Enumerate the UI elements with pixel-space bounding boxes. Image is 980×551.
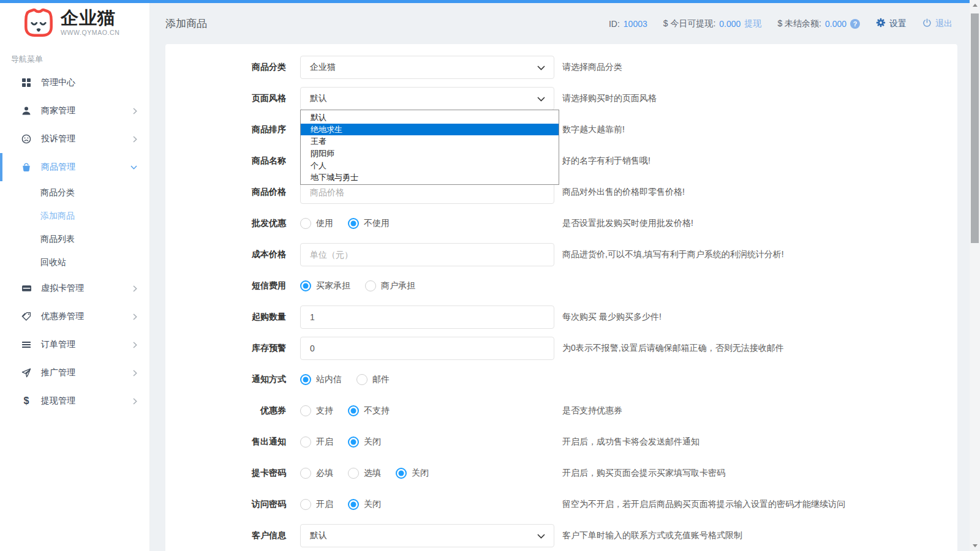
field-label: 商品名称 [165, 156, 286, 167]
goods-category-select[interactable]: 企业猫 [300, 56, 554, 79]
power-icon [922, 18, 932, 29]
id-value: 10003 [624, 19, 647, 29]
form-row-wholesale: 批发优惠 使用 不使用 是否设置批发购买时使用批发价格! [165, 212, 957, 235]
withdraw-label: $ 今日可提现: [663, 18, 716, 29]
radio-option[interactable]: 站内信 [300, 374, 342, 385]
form-row-stock-alert: 库存预警 为0表示不报警,设置后请确保邮箱正确，否则无法接收邮件 [165, 337, 957, 360]
cost-price-input[interactable] [300, 243, 554, 266]
page-style-select[interactable]: 默认 [300, 87, 554, 110]
sidebar-item-withdraw[interactable]: $ 提现管理 [0, 387, 149, 415]
promotion-plane-icon [20, 368, 32, 378]
sidebar-subitem-goods-list[interactable]: 商品列表 [0, 228, 149, 251]
radio-option[interactable]: 开启 [300, 437, 333, 448]
coupon-radio-group: 支持 不支持 [300, 399, 554, 422]
scrollbar-down-arrow[interactable] [970, 541, 980, 551]
dropdown-option[interactable]: 地下城与勇士 [301, 171, 559, 184]
sidebar-item-complaint[interactable]: 投诉管理 [0, 125, 149, 153]
radio-unchecked-icon [348, 468, 359, 479]
dropdown-option[interactable]: 阴阳师 [301, 148, 559, 160]
field-label: 客户信息 [165, 530, 286, 541]
scrollbar-thumb[interactable] [971, 13, 979, 243]
radio-option[interactable]: 使用 [300, 218, 333, 229]
radio-option[interactable]: 不支持 [348, 405, 390, 416]
withdraw-link[interactable]: 提现 [744, 18, 761, 29]
sale-notify-radio-group: 开启 关闭 [300, 430, 554, 454]
sidebar-item-order[interactable]: 订单管理 [0, 331, 149, 359]
chevron-down-icon [537, 94, 545, 103]
gear-icon [876, 18, 886, 29]
logout-button[interactable]: 退出 [922, 18, 952, 29]
sidebar-item-dashboard[interactable]: 管理中心 [0, 69, 149, 97]
page-title: 添加商品 [165, 17, 207, 31]
unsettled-balance: $ 未结余额: 0.000 ? [777, 18, 860, 29]
page-style-dropdown: 默认 绝地求生 王者 阴阳师 个人 地下城与勇士 [300, 110, 559, 185]
notify-method-radio-group: 站内信 邮件 [300, 368, 554, 391]
sidebar-item-label: 投诉管理 [41, 133, 75, 144]
chevron-down-icon [537, 531, 545, 541]
dropdown-option[interactable]: 默认 [301, 111, 559, 124]
field-label: 商品分类 [165, 62, 286, 73]
radio-option[interactable]: 开启 [300, 499, 333, 510]
radio-option[interactable]: 选填 [348, 468, 381, 479]
field-hint: 为0表示不报警,设置后请确保邮箱正确，否则无法接收邮件 [562, 343, 784, 354]
field-hint: 开启后，成功售卡将会发送邮件通知 [562, 437, 699, 448]
chevron-down-icon [537, 62, 545, 72]
sidebar-item-label: 优惠券管理 [41, 311, 84, 322]
field-label: 短信费用 [165, 280, 286, 291]
chevron-right-icon [133, 313, 137, 320]
field-label: 成本价格 [165, 249, 286, 260]
brand-url: WWW.QYMAO.CN [61, 29, 119, 36]
field-hint: 商品进货价,可以不填,填写有利于商户系统的利润统计分析! [562, 249, 784, 260]
scrollbar[interactable] [970, 0, 980, 551]
sidebar-item-label: 订单管理 [41, 339, 75, 350]
radio-option[interactable]: 关闭 [348, 499, 381, 510]
sidebar-subitem-goods-category[interactable]: 商品分类 [0, 181, 149, 204]
radio-option[interactable]: 不使用 [348, 218, 390, 229]
dropdown-option[interactable]: 个人 [301, 160, 559, 172]
customer-info-select[interactable]: 默认 [300, 524, 554, 547]
radio-option[interactable]: 邮件 [356, 374, 390, 385]
select-value: 默认 [310, 93, 327, 104]
settings-button[interactable]: 设置 [876, 18, 907, 29]
radio-checked-icon [300, 280, 311, 291]
radio-option[interactable]: 买家承担 [300, 280, 350, 291]
scrollbar-up-arrow[interactable] [970, 0, 980, 10]
dropdown-option-highlighted[interactable]: 绝地求生 [301, 124, 559, 136]
sidebar-item-label: 虚拟卡管理 [41, 283, 84, 294]
radio-option[interactable]: 关闭 [396, 468, 429, 479]
stock-alert-input[interactable] [300, 337, 554, 360]
sidebar-item-goods[interactable]: 商品管理 [0, 153, 149, 181]
sidebar-item-coupon[interactable]: 优惠券管理 [0, 302, 149, 331]
radio-option[interactable]: 关闭 [348, 437, 381, 448]
sidebar-item-label: 商品管理 [41, 162, 75, 173]
sidebar-subitem-recycle-bin[interactable]: 回收站 [0, 251, 149, 274]
sidebar-item-merchant[interactable]: 商家管理 [0, 97, 149, 125]
help-icon[interactable]: ? [850, 19, 860, 29]
min-purchase-input[interactable] [300, 305, 554, 329]
chevron-right-icon [133, 370, 137, 377]
form-row-notify-method: 通知方式 站内信 邮件 [165, 368, 957, 391]
logo[interactable]: 企业猫 WWW.QYMAO.CN [0, 0, 149, 44]
balance-value: 0.000 [825, 19, 846, 29]
select-value: 企业猫 [310, 62, 336, 73]
radio-option[interactable]: 必填 [300, 468, 333, 479]
chevron-right-icon [133, 398, 137, 405]
sidebar-item-label: 商家管理 [41, 105, 75, 116]
sidebar-item-promotion[interactable]: 推广管理 [0, 359, 149, 387]
form-row-customer-info: 客户信息 默认 客户下单时输入的联系方式或充值账号格式限制 [165, 524, 957, 547]
form-row-coupon-support: 优惠券 支持 不支持 是否支持优惠券 [165, 399, 957, 422]
sidebar-subitem-add-goods[interactable]: 添加商品 [0, 204, 149, 228]
field-hint: 是否支持优惠券 [562, 405, 622, 416]
radio-option[interactable]: 商户承担 [365, 280, 415, 291]
withdrawable-today: $ 今日可提现: 0.000 提现 [663, 18, 762, 29]
field-hint: 客户下单时输入的联系方式或充值账号格式限制 [562, 530, 742, 541]
radio-checked-icon [348, 499, 359, 510]
dropdown-option[interactable]: 王者 [301, 135, 559, 148]
field-hint: 留空为不开启，若开启后商品购买页面将提示输入设置的密码才能继续访问 [562, 499, 845, 510]
chevron-right-icon [133, 285, 137, 292]
sms-fee-radio-group: 买家承担 商户承担 [300, 274, 554, 298]
radio-option[interactable]: 支持 [300, 405, 333, 416]
dashboard-icon [20, 78, 32, 88]
form-row-cost-price: 成本价格 商品进货价,可以不填,填写有利于商户系统的利润统计分析! [165, 243, 957, 266]
sidebar-item-virtual-card[interactable]: 虚拟卡管理 [0, 274, 149, 302]
